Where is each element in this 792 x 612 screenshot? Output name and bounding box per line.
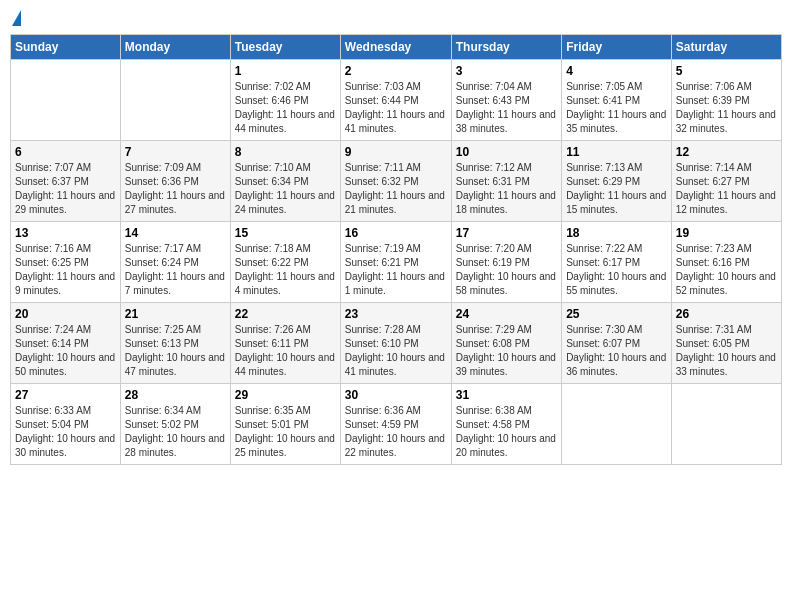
daylight-text: Daylight: 10 hours and 20 minutes. (456, 433, 556, 458)
sunrise-text: Sunrise: 7:16 AM (15, 243, 91, 254)
sunset-text: Sunset: 5:01 PM (235, 419, 309, 430)
sunset-text: Sunset: 6:27 PM (676, 176, 750, 187)
sunrise-text: Sunrise: 7:02 AM (235, 81, 311, 92)
sunrise-text: Sunrise: 6:33 AM (15, 405, 91, 416)
day-number: 9 (345, 145, 447, 159)
day-number: 8 (235, 145, 336, 159)
sunrise-text: Sunrise: 7:19 AM (345, 243, 421, 254)
sunrise-text: Sunrise: 6:35 AM (235, 405, 311, 416)
day-number: 4 (566, 64, 667, 78)
sunrise-text: Sunrise: 7:20 AM (456, 243, 532, 254)
day-info: Sunrise: 7:18 AM Sunset: 6:22 PM Dayligh… (235, 242, 336, 298)
daylight-text: Daylight: 11 hours and 41 minutes. (345, 109, 445, 134)
sunrise-text: Sunrise: 7:24 AM (15, 324, 91, 335)
daylight-text: Daylight: 11 hours and 18 minutes. (456, 190, 556, 215)
weekday-header-tuesday: Tuesday (230, 35, 340, 60)
sunrise-text: Sunrise: 7:03 AM (345, 81, 421, 92)
sunset-text: Sunset: 6:16 PM (676, 257, 750, 268)
sunrise-text: Sunrise: 7:06 AM (676, 81, 752, 92)
day-number: 11 (566, 145, 667, 159)
day-info: Sunrise: 7:19 AM Sunset: 6:21 PM Dayligh… (345, 242, 447, 298)
sunrise-text: Sunrise: 6:36 AM (345, 405, 421, 416)
header (10, 10, 782, 26)
sunset-text: Sunset: 5:04 PM (15, 419, 89, 430)
sunrise-text: Sunrise: 7:04 AM (456, 81, 532, 92)
day-number: 26 (676, 307, 777, 321)
sunset-text: Sunset: 6:44 PM (345, 95, 419, 106)
sunset-text: Sunset: 6:08 PM (456, 338, 530, 349)
calendar-cell: 31 Sunrise: 6:38 AM Sunset: 4:58 PM Dayl… (451, 384, 561, 465)
calendar-cell: 23 Sunrise: 7:28 AM Sunset: 6:10 PM Dayl… (340, 303, 451, 384)
day-info: Sunrise: 7:20 AM Sunset: 6:19 PM Dayligh… (456, 242, 557, 298)
daylight-text: Daylight: 11 hours and 32 minutes. (676, 109, 776, 134)
sunset-text: Sunset: 4:58 PM (456, 419, 530, 430)
sunset-text: Sunset: 6:31 PM (456, 176, 530, 187)
day-info: Sunrise: 7:14 AM Sunset: 6:27 PM Dayligh… (676, 161, 777, 217)
calendar-cell: 27 Sunrise: 6:33 AM Sunset: 5:04 PM Dayl… (11, 384, 121, 465)
day-number: 2 (345, 64, 447, 78)
calendar-cell: 26 Sunrise: 7:31 AM Sunset: 6:05 PM Dayl… (671, 303, 781, 384)
day-number: 3 (456, 64, 557, 78)
sunset-text: Sunset: 6:43 PM (456, 95, 530, 106)
sunrise-text: Sunrise: 7:07 AM (15, 162, 91, 173)
daylight-text: Daylight: 11 hours and 44 minutes. (235, 109, 335, 134)
day-info: Sunrise: 7:06 AM Sunset: 6:39 PM Dayligh… (676, 80, 777, 136)
sunrise-text: Sunrise: 7:29 AM (456, 324, 532, 335)
sunset-text: Sunset: 6:21 PM (345, 257, 419, 268)
sunset-text: Sunset: 6:10 PM (345, 338, 419, 349)
sunrise-text: Sunrise: 7:17 AM (125, 243, 201, 254)
logo-triangle-icon (12, 10, 21, 26)
day-info: Sunrise: 7:05 AM Sunset: 6:41 PM Dayligh… (566, 80, 667, 136)
day-number: 30 (345, 388, 447, 402)
day-info: Sunrise: 7:26 AM Sunset: 6:11 PM Dayligh… (235, 323, 336, 379)
sunrise-text: Sunrise: 7:22 AM (566, 243, 642, 254)
day-info: Sunrise: 7:02 AM Sunset: 6:46 PM Dayligh… (235, 80, 336, 136)
calendar-cell (671, 384, 781, 465)
daylight-text: Daylight: 11 hours and 9 minutes. (15, 271, 115, 296)
day-info: Sunrise: 7:10 AM Sunset: 6:34 PM Dayligh… (235, 161, 336, 217)
day-info: Sunrise: 7:04 AM Sunset: 6:43 PM Dayligh… (456, 80, 557, 136)
calendar-cell: 10 Sunrise: 7:12 AM Sunset: 6:31 PM Dayl… (451, 141, 561, 222)
day-info: Sunrise: 7:30 AM Sunset: 6:07 PM Dayligh… (566, 323, 667, 379)
daylight-text: Daylight: 10 hours and 52 minutes. (676, 271, 776, 296)
sunset-text: Sunset: 6:46 PM (235, 95, 309, 106)
day-info: Sunrise: 7:09 AM Sunset: 6:36 PM Dayligh… (125, 161, 226, 217)
daylight-text: Daylight: 10 hours and 47 minutes. (125, 352, 225, 377)
daylight-text: Daylight: 10 hours and 25 minutes. (235, 433, 335, 458)
calendar-cell: 5 Sunrise: 7:06 AM Sunset: 6:39 PM Dayli… (671, 60, 781, 141)
sunset-text: Sunset: 6:29 PM (566, 176, 640, 187)
sunrise-text: Sunrise: 7:13 AM (566, 162, 642, 173)
sunset-text: Sunset: 4:59 PM (345, 419, 419, 430)
sunrise-text: Sunrise: 7:14 AM (676, 162, 752, 173)
day-number: 21 (125, 307, 226, 321)
sunset-text: Sunset: 6:24 PM (125, 257, 199, 268)
sunset-text: Sunset: 6:07 PM (566, 338, 640, 349)
day-number: 5 (676, 64, 777, 78)
sunrise-text: Sunrise: 7:31 AM (676, 324, 752, 335)
day-number: 7 (125, 145, 226, 159)
daylight-text: Daylight: 11 hours and 29 minutes. (15, 190, 115, 215)
day-info: Sunrise: 7:28 AM Sunset: 6:10 PM Dayligh… (345, 323, 447, 379)
day-number: 31 (456, 388, 557, 402)
day-info: Sunrise: 6:38 AM Sunset: 4:58 PM Dayligh… (456, 404, 557, 460)
day-info: Sunrise: 6:34 AM Sunset: 5:02 PM Dayligh… (125, 404, 226, 460)
day-info: Sunrise: 7:23 AM Sunset: 6:16 PM Dayligh… (676, 242, 777, 298)
calendar-cell: 13 Sunrise: 7:16 AM Sunset: 6:25 PM Dayl… (11, 222, 121, 303)
day-number: 20 (15, 307, 116, 321)
calendar-week-row: 6 Sunrise: 7:07 AM Sunset: 6:37 PM Dayli… (11, 141, 782, 222)
calendar-cell: 14 Sunrise: 7:17 AM Sunset: 6:24 PM Dayl… (120, 222, 230, 303)
daylight-text: Daylight: 11 hours and 12 minutes. (676, 190, 776, 215)
sunset-text: Sunset: 6:39 PM (676, 95, 750, 106)
day-info: Sunrise: 7:03 AM Sunset: 6:44 PM Dayligh… (345, 80, 447, 136)
sunrise-text: Sunrise: 7:05 AM (566, 81, 642, 92)
daylight-text: Daylight: 11 hours and 15 minutes. (566, 190, 666, 215)
day-number: 6 (15, 145, 116, 159)
daylight-text: Daylight: 11 hours and 1 minute. (345, 271, 445, 296)
day-info: Sunrise: 7:25 AM Sunset: 6:13 PM Dayligh… (125, 323, 226, 379)
calendar-cell: 18 Sunrise: 7:22 AM Sunset: 6:17 PM Dayl… (562, 222, 672, 303)
weekday-header-thursday: Thursday (451, 35, 561, 60)
day-info: Sunrise: 7:11 AM Sunset: 6:32 PM Dayligh… (345, 161, 447, 217)
weekday-header-sunday: Sunday (11, 35, 121, 60)
weekday-header-wednesday: Wednesday (340, 35, 451, 60)
day-number: 16 (345, 226, 447, 240)
